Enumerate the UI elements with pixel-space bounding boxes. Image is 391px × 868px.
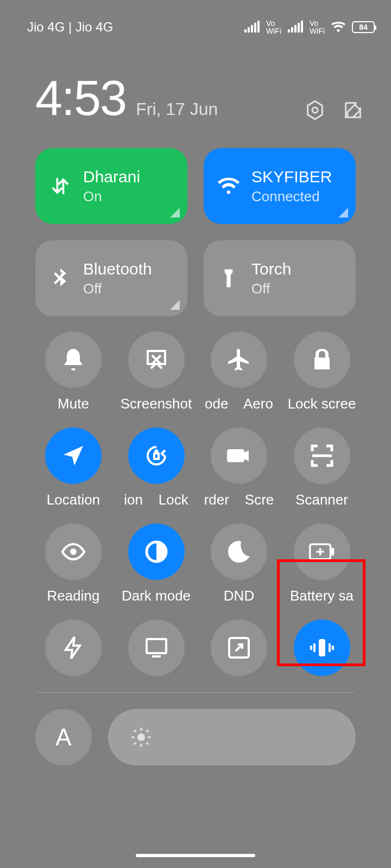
torch-tile[interactable]: Torch Off (204, 240, 356, 316)
tile-subtitle: Connected (251, 188, 332, 205)
tile-label: ion Lock (116, 492, 197, 508)
signal-icon (244, 22, 260, 33)
screenshot-button[interactable]: Screenshot (116, 331, 197, 412)
home-indicator[interactable] (136, 854, 255, 857)
svg-rect-4 (147, 639, 166, 653)
dnd-toggle[interactable]: DND (198, 524, 280, 604)
moon-icon (226, 539, 252, 565)
brightness-slider[interactable] (108, 709, 356, 765)
sun-icon (130, 726, 153, 749)
tile-label: DND (198, 588, 280, 604)
cast-toggle[interactable] (116, 620, 197, 676)
vowifi-label: Vo WiFi (310, 20, 325, 35)
status-bar: Jio 4G | Jio 4G Vo WiFi Vo WiFi 84 (0, 0, 391, 49)
expand-corner-icon[interactable] (338, 208, 348, 218)
tile-subtitle: On (83, 188, 140, 205)
wifi-icon (331, 22, 345, 33)
location-toggle[interactable]: Location (33, 427, 114, 508)
bluetooth-icon (48, 266, 72, 290)
contrast-icon (143, 539, 169, 565)
rotation-lock-toggle[interactable]: ion Lock (116, 427, 197, 508)
power-toggle[interactable] (33, 620, 114, 676)
tile-label: rder Scre (198, 492, 280, 508)
tile-title: Bluetooth (83, 260, 152, 278)
tile-subtitle: Off (251, 280, 291, 297)
svg-rect-6 (319, 639, 325, 656)
tile-label: Reading (33, 588, 114, 604)
mobile-data-tile[interactable]: Dharani On (35, 148, 187, 224)
battery-icon: 84 (352, 21, 375, 33)
mute-toggle[interactable]: Mute (33, 331, 114, 412)
tile-label: Mute (33, 395, 114, 412)
signal-icon (288, 22, 303, 33)
carrier-label: Jio 4G | Jio 4G (27, 20, 113, 35)
tile-title: Torch (251, 260, 291, 278)
monitor-icon (143, 635, 169, 661)
scan-icon (309, 443, 335, 469)
location-arrow-icon (60, 443, 86, 469)
tile-label: Battery sa (281, 588, 363, 604)
bluetooth-tile[interactable]: Bluetooth Off (35, 240, 187, 316)
battery-saver-toggle[interactable]: Battery sa (281, 524, 363, 604)
tile-title: SKYFIBER (251, 168, 332, 186)
clock-time[interactable]: 4:53 (35, 71, 126, 126)
airplane-icon (226, 347, 252, 373)
tile-title: Dharani (83, 168, 140, 186)
screen-record-button[interactable]: rder Scre (198, 427, 280, 508)
dark-mode-toggle[interactable]: Dark mode (116, 524, 197, 604)
battery-plus-icon (309, 539, 335, 565)
expand-corner-icon[interactable] (170, 300, 180, 310)
airplane-mode-toggle[interactable]: ode Aero (198, 331, 280, 412)
rotation-lock-icon (143, 443, 169, 469)
qs-header: 4:53 Fri, 17 Jun (0, 49, 391, 143)
settings-icon[interactable] (304, 99, 326, 121)
data-arrows-icon (48, 174, 72, 198)
wifi-tile[interactable]: SKYFIBER Connected (204, 148, 356, 224)
lock-screen-button[interactable]: Lock scree (281, 331, 363, 412)
tile-label: Screenshot (116, 395, 197, 412)
tile-label: Location (33, 492, 114, 508)
pip-icon (226, 635, 252, 661)
tile-subtitle: Off (83, 280, 152, 297)
bolt-icon (60, 635, 86, 661)
svg-rect-3 (331, 548, 334, 556)
scanner-button[interactable]: Scanner (281, 427, 363, 508)
auto-label: A (55, 724, 71, 751)
auto-brightness-toggle[interactable]: A (35, 709, 92, 765)
tile-label: ode Aero (198, 395, 280, 412)
video-camera-icon (226, 443, 252, 469)
svg-point-7 (137, 733, 145, 741)
expand-corner-icon[interactable] (170, 208, 180, 218)
tile-label: Lock scree (281, 395, 363, 412)
edit-icon[interactable] (342, 99, 364, 121)
torch-icon (217, 266, 241, 290)
date-label[interactable]: Fri, 17 Jun (136, 99, 218, 119)
reading-mode-toggle[interactable]: Reading (33, 524, 114, 604)
wifi-icon (217, 174, 241, 198)
status-icons: Vo WiFi Vo WiFi 84 (244, 20, 375, 35)
vowifi-label: Vo WiFi (266, 20, 281, 35)
tile-label: Scanner (281, 492, 363, 508)
scissors-icon (143, 347, 169, 373)
eye-icon (60, 539, 86, 565)
svg-point-0 (70, 548, 77, 555)
floating-window-toggle[interactable] (198, 620, 280, 676)
vibrate-toggle[interactable] (281, 620, 363, 676)
lock-icon (309, 347, 335, 373)
bell-icon (60, 347, 86, 373)
tile-label: Dark mode (116, 588, 197, 604)
vibrate-icon (309, 635, 335, 661)
